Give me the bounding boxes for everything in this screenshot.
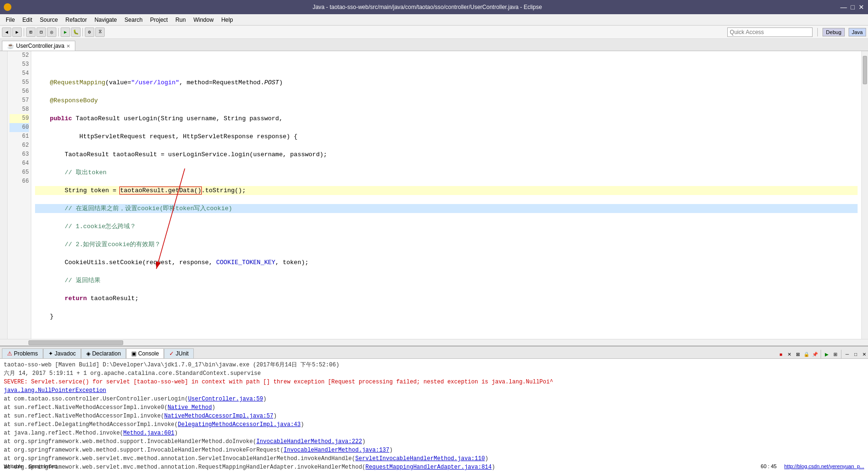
scroll-thumb-h[interactable]	[28, 340, 123, 345]
line-num-53: 53	[9, 60, 29, 69]
trace-4: at sun.reflect.DelegatingMethodAccessorI…	[4, 420, 864, 429]
menu-item-project[interactable]: Project	[146, 16, 172, 24]
scroll-lock-button[interactable]: 🔒	[803, 350, 810, 358]
panel-sep	[821, 350, 821, 358]
console-icon: ▣	[131, 350, 136, 357]
quick-access-area: Debug Java	[727, 27, 866, 37]
terminate-button[interactable]: ■	[777, 350, 785, 358]
trace-7: at org.springframework.web.method.suppor…	[4, 446, 864, 454]
menu-item-run[interactable]: Run	[172, 16, 190, 24]
console-header: taotao-sso-web [Maven Build] D:\Develope…	[4, 361, 864, 369]
trace-4-link[interactable]: DelegatingMethodAccessorImpl.java:43	[178, 421, 300, 428]
trace-6: at org.springframework.web.method.suppor…	[4, 437, 864, 446]
line-num-52: 52	[9, 51, 29, 60]
console-line-partial: 六月 14, 2017 5:19:11 + 1 org.apache.catal…	[4, 369, 864, 378]
run-btn[interactable]: ▶	[823, 350, 831, 358]
menu-item-search[interactable]: Search	[121, 16, 146, 24]
javadoc-icon: ✦	[48, 350, 53, 357]
close-view-btn[interactable]: ✕	[860, 350, 868, 358]
code-line-57: TaotaoResult taotaoResult = userLoginSer…	[35, 150, 858, 159]
debug-perspective-btn[interactable]: Debug	[823, 28, 844, 36]
open-console-btn[interactable]: ⊞	[832, 350, 839, 358]
toolbar-btn-run[interactable]: ▶	[61, 27, 70, 37]
toolbar-btn-7[interactable]: ⧖	[95, 27, 105, 37]
close-button[interactable]: ✕	[859, 3, 864, 11]
trace-7-link[interactable]: InvocableHandlerMethod.java:137	[284, 447, 389, 453]
menu-item-source[interactable]: Source	[36, 16, 62, 24]
trace-1: at com.taotao.sso.controller.UserControl…	[4, 395, 864, 403]
line-num-63: 63	[9, 150, 29, 159]
java-perspective-btn[interactable]: Java	[849, 28, 866, 36]
trace-6-link[interactable]: InvocableHandlerMethod.java:222	[256, 438, 362, 445]
line-num-56: 56	[9, 87, 29, 96]
minimize-view-btn[interactable]: ─	[843, 350, 851, 358]
nullpointer-link[interactable]: java.lang.NullPointerException	[4, 387, 106, 394]
code-line-56: HttpServletRequest request, HttpServletR…	[35, 132, 858, 141]
menu-item-edit[interactable]: Edit	[18, 16, 36, 24]
trace-3: at sun.reflect.NativeMethodAccessorImpl.…	[4, 412, 864, 420]
code-line-65: return taotaoResult;	[35, 294, 858, 303]
tab-javadoc[interactable]: ✦ Javadoc	[43, 348, 81, 358]
menu-item-refactor[interactable]: Refactor	[62, 16, 90, 24]
toolbar-btn-debug[interactable]: 🐛	[71, 27, 81, 37]
pin-button[interactable]: 📌	[811, 350, 819, 358]
line-num-64: 64	[9, 159, 29, 168]
tab-console[interactable]: ▣ Console	[126, 348, 164, 358]
code-line-61: // 1.cookie怎么跨域？	[35, 222, 858, 231]
toolbar-btn-1[interactable]: ◀	[2, 27, 11, 37]
quick-access-input[interactable]	[727, 27, 813, 37]
bottom-panel: ⚠ Problems ✦ Javadoc ◈ Declaration ▣ Con…	[0, 347, 868, 471]
status-writable: Writable	[4, 463, 23, 469]
trace-5: at java.lang.reflect.Method.invoke(Metho…	[4, 429, 864, 437]
editor-tab-bar: ☕ UserController.java ✕	[0, 39, 868, 51]
code-line-54: @ResponseBody	[35, 96, 858, 105]
tab-junit[interactable]: ✓ JUnit	[164, 348, 194, 358]
code-line-62: // 2.如何设置cookie的有效期？	[35, 240, 858, 249]
editor-area: ☕ UserController.java ✕ 52 53 54 55 56 5…	[0, 39, 868, 347]
status-position: 60 : 45	[761, 463, 777, 469]
maximize-view-btn[interactable]: □	[852, 350, 859, 358]
trace-1-link[interactable]: UserController.java:59	[188, 396, 263, 402]
window-title: Java - taotao-sso-web/src/main/java/com/…	[14, 4, 841, 10]
menu-item-window[interactable]: Window	[190, 16, 217, 24]
window-controls: — □ ✕	[841, 3, 864, 11]
line-num-54: 54	[9, 69, 29, 78]
line-num-66: 66	[9, 177, 29, 186]
trace-2-link[interactable]: Native Method	[168, 404, 212, 411]
toolbar-btn-3[interactable]: ⊞	[26, 27, 36, 37]
toolbar-btn-5[interactable]: ◎	[47, 27, 56, 37]
code-line-58: // 取出token	[35, 168, 858, 177]
trace-5-link[interactable]: Method.java:601	[123, 430, 174, 436]
editor-tab-usercontroller[interactable]: ☕ UserController.java ✕	[2, 41, 75, 51]
menu-item-help[interactable]: Help	[217, 16, 237, 24]
clear-console-button[interactable]: ⊠	[794, 350, 802, 358]
minimize-button[interactable]: —	[841, 3, 847, 11]
trace-9: at org.springframework.web.servlet.mvc.m…	[4, 463, 864, 471]
tab-declaration[interactable]: ◈ Declaration	[81, 348, 126, 358]
tab-problems[interactable]: ⚠ Problems	[2, 348, 43, 358]
editor-scrollbar-horizontal[interactable]	[0, 339, 868, 346]
line-num-55: 55	[9, 78, 29, 87]
menu-item-file[interactable]: File	[2, 16, 18, 24]
remove-launch-button[interactable]: ✕	[786, 350, 793, 358]
editor-scrollbar-vertical[interactable]	[861, 51, 868, 339]
code-line-63: CookieUtils.setCookie(request, response,…	[35, 258, 858, 267]
toolbar-sep-qa	[817, 28, 818, 36]
scroll-thumb-v[interactable]	[863, 56, 867, 84]
trace-9-link[interactable]: RequestMappingHandlerAdapter.java:814	[365, 464, 491, 471]
trace-8-link[interactable]: ServletInvocableHandlerMethod.java:110	[355, 455, 485, 462]
toolbar-btn-2[interactable]: ▶	[12, 27, 22, 37]
menu-item-navigate[interactable]: Navigate	[90, 16, 120, 24]
editor-tab-close[interactable]: ✕	[66, 44, 70, 49]
statusbar-right: 60 : 45 http://blog.csdn.net/yerenyuan_p…	[761, 463, 864, 469]
code-content[interactable]: @RequestMapping(value="/user/login", met…	[31, 51, 861, 339]
toolbar-sep-3	[82, 28, 83, 36]
panel-sep2	[841, 350, 841, 358]
panel-tab-bar: ⚠ Problems ✦ Javadoc ◈ Declaration ▣ Con…	[0, 347, 868, 359]
console-line-severe: SEVERE: Servlet.service() for servlet [t…	[4, 378, 864, 386]
maximize-button[interactable]: □	[851, 3, 855, 11]
toolbar-btn-6[interactable]: ⚙	[85, 27, 94, 37]
trace-8: at org.springframework.web.servlet.mvc.m…	[4, 454, 864, 463]
toolbar-btn-4[interactable]: ⊟	[36, 27, 46, 37]
trace-3-link[interactable]: NativeMethodAccessorImpl.java:57	[164, 413, 273, 419]
